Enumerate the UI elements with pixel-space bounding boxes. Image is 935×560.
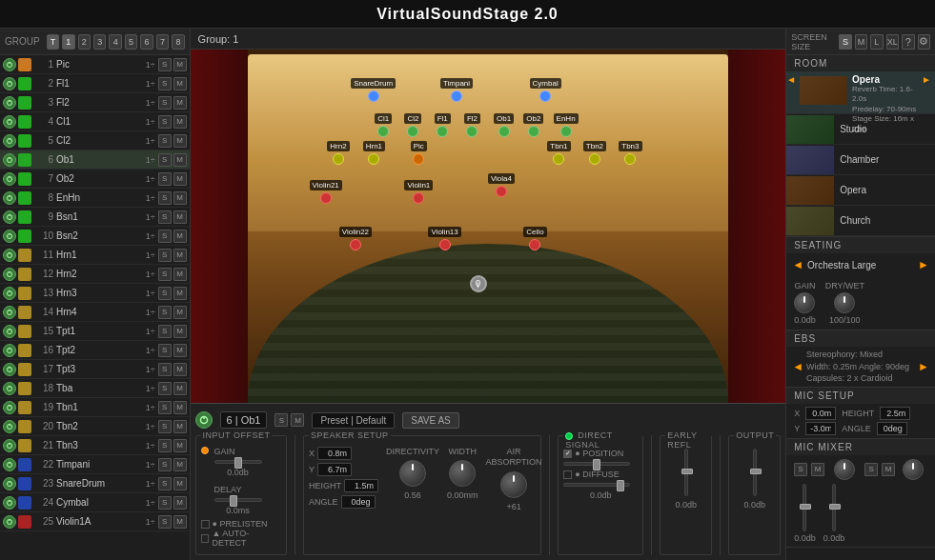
- track-m-19[interactable]: M: [173, 420, 187, 433]
- group-btn-5[interactable]: 5: [125, 34, 137, 50]
- track-s-15[interactable]: S: [158, 344, 172, 357]
- room-arrow-right[interactable]: ►: [922, 74, 931, 85]
- track-power-4[interactable]: [3, 134, 16, 148]
- track-m-20[interactable]: M: [173, 439, 187, 452]
- track-m-6[interactable]: M: [173, 172, 187, 186]
- mic-x-input[interactable]: [805, 407, 836, 420]
- track-m-8[interactable]: M: [173, 210, 187, 224]
- track-power-3[interactable]: [3, 115, 16, 129]
- track-power-14[interactable]: [3, 325, 16, 338]
- track-s-12[interactable]: S: [158, 287, 172, 300]
- track-power-9[interactable]: [3, 230, 16, 243]
- track-row-tpt3[interactable]: 17 Tpt3 1÷ S M: [0, 360, 190, 379]
- instrument-violin13[interactable]: Violin13: [428, 227, 460, 250]
- position-check[interactable]: ● POSITION: [563, 449, 638, 458]
- track-s-0[interactable]: S: [158, 58, 172, 71]
- mic-knob2[interactable]: [903, 459, 924, 480]
- track-s-19[interactable]: S: [158, 420, 172, 433]
- track-m-1[interactable]: M: [173, 77, 187, 90]
- instrument-timpani[interactable]: Timpani: [440, 78, 473, 102]
- track-power-8[interactable]: [3, 210, 16, 224]
- track-power-20[interactable]: [3, 439, 16, 452]
- dry-wet-knob[interactable]: [834, 292, 855, 313]
- track-row-tbn3[interactable]: 21 Tbn3 1÷ S M: [0, 436, 190, 455]
- track-power-18[interactable]: [3, 401, 16, 414]
- instrument-cl1[interactable]: Cl1: [375, 113, 392, 137]
- room-item-opera2[interactable]: Opera: [786, 175, 935, 206]
- track-s-16[interactable]: S: [158, 363, 172, 376]
- group-btn-7[interactable]: 7: [156, 34, 169, 50]
- size-l-btn[interactable]: L: [870, 34, 883, 50]
- channel-s-btn[interactable]: S: [274, 413, 288, 427]
- track-m-14[interactable]: M: [173, 325, 187, 338]
- track-power-5[interactable]: [3, 153, 16, 167]
- instrument-viola4[interactable]: Viola4: [488, 173, 515, 197]
- instrument-ob2[interactable]: Ob2: [523, 113, 543, 137]
- instrument-pic[interactable]: Pic: [411, 141, 427, 165]
- seating-prev-btn[interactable]: ◄: [792, 258, 803, 271]
- group-btn-4[interactable]: 4: [109, 34, 121, 50]
- instrument-tbn1[interactable]: Tbn1: [547, 141, 570, 165]
- y-input[interactable]: [317, 463, 352, 476]
- track-power-16[interactable]: [3, 363, 16, 376]
- delay-fader[interactable]: [214, 498, 262, 502]
- track-s-22[interactable]: S: [158, 477, 172, 490]
- track-s-18[interactable]: S: [158, 401, 172, 414]
- track-s-2[interactable]: S: [158, 96, 172, 110]
- track-m-17[interactable]: M: [173, 382, 187, 395]
- track-s-1[interactable]: S: [158, 77, 172, 90]
- early-refl-fader[interactable]: [684, 449, 688, 496]
- ebs-prev-btn[interactable]: ◄: [792, 360, 803, 373]
- gain-knob[interactable]: [794, 292, 815, 313]
- mic-fader-track1[interactable]: [803, 484, 806, 531]
- mic-m-btn1[interactable]: M: [811, 463, 824, 476]
- track-power-11[interactable]: [3, 268, 16, 281]
- mic-fader-track2[interactable]: [832, 484, 836, 531]
- instrument-ob1[interactable]: Ob1: [494, 113, 514, 137]
- track-m-7[interactable]: M: [173, 191, 187, 205]
- mic-y-input[interactable]: [805, 422, 836, 435]
- track-s-9[interactable]: S: [158, 230, 172, 243]
- track-m-24[interactable]: M: [173, 515, 187, 529]
- track-m-10[interactable]: M: [173, 249, 187, 262]
- instrument-hrn2[interactable]: Hrn2: [327, 141, 349, 165]
- track-row-hrn2[interactable]: 12 Hrn2 1÷ S M: [0, 265, 190, 284]
- air-absorption-knob[interactable]: [500, 471, 527, 498]
- track-row-tpt1[interactable]: 15 Tpt1 1÷ S M: [0, 322, 190, 341]
- group-btn-t[interactable]: T: [47, 34, 59, 50]
- track-s-21[interactable]: S: [158, 458, 172, 471]
- diffuse-fader[interactable]: [563, 483, 630, 487]
- track-m-12[interactable]: M: [173, 287, 187, 300]
- track-row-snaredrum[interactable]: 23 SnareDrum 1÷ S M: [0, 474, 190, 493]
- settings-btn[interactable]: ⚙: [918, 34, 930, 50]
- room-item-opera-selected[interactable]: ◄ Opera Reverb Time: 1.6-2.0sPredelay: 7…: [786, 71, 935, 114]
- track-row-pic[interactable]: 1 Pic 1÷ S M: [0, 55, 190, 74]
- track-m-9[interactable]: M: [173, 230, 187, 243]
- width-knob[interactable]: [449, 460, 476, 487]
- input-offset-led[interactable]: [201, 447, 209, 454]
- track-row-hrn1[interactable]: 11 Hrn1 1÷ S M: [0, 246, 190, 265]
- track-s-11[interactable]: S: [158, 268, 172, 281]
- track-power-2[interactable]: [3, 96, 16, 110]
- track-m-11[interactable]: M: [173, 268, 187, 281]
- track-m-16[interactable]: M: [173, 363, 187, 376]
- directivity-knob[interactable]: [399, 460, 426, 487]
- instrument-fl1[interactable]: Fl1: [435, 113, 451, 137]
- track-row-hrn4[interactable]: 14 Hrn4 1÷ S M: [0, 303, 190, 322]
- track-power-1[interactable]: [3, 77, 16, 90]
- track-row-ob2[interactable]: 7 Ob2 1÷ S M: [0, 170, 190, 189]
- group-btn-8[interactable]: 8: [172, 34, 184, 50]
- track-s-13[interactable]: S: [158, 306, 172, 319]
- track-row-fl2[interactable]: 3 Fl2 1÷ S M: [0, 93, 190, 112]
- track-power-10[interactable]: [3, 249, 16, 262]
- track-power-19[interactable]: [3, 420, 16, 433]
- diffuse-check[interactable]: ● DIFFUSE: [563, 470, 638, 479]
- ebs-next-btn[interactable]: ►: [918, 360, 929, 373]
- angle-input[interactable]: [341, 495, 376, 509]
- track-row-tpt2[interactable]: 16 Tpt2 1÷ S M: [0, 341, 190, 360]
- channel-m-btn[interactable]: M: [291, 413, 304, 427]
- gain-fader[interactable]: [214, 460, 262, 464]
- instrument-violin1[interactable]: Violin1: [404, 180, 433, 204]
- track-row-enhn[interactable]: 8 EnHn 1÷ S M: [0, 189, 190, 208]
- output-fader[interactable]: [753, 449, 757, 496]
